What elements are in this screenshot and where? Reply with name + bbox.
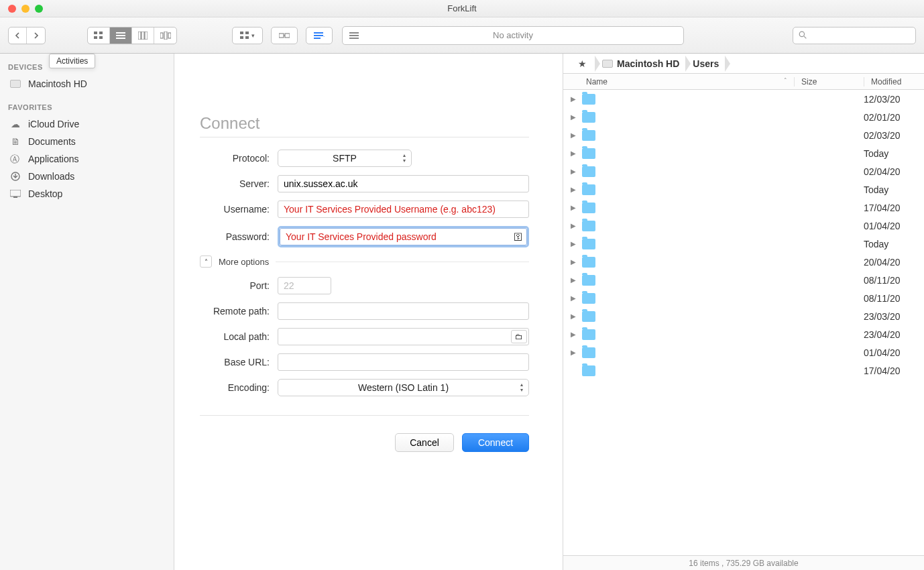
list-header: Name ˄ Size Modified (563, 74, 924, 90)
sync-button[interactable] (271, 27, 298, 44)
file-row[interactable]: ▶Today (563, 180, 924, 198)
sidebar-item-macintosh-hd[interactable]: Macintosh HD (0, 75, 174, 93)
svg-rect-1 (99, 32, 103, 34)
folder-icon (582, 203, 595, 213)
hard-drive-icon (602, 60, 613, 68)
disclosure-triangle-icon[interactable]: ▶ (569, 349, 578, 356)
file-row[interactable]: ▶08/11/20 (563, 289, 924, 307)
activity-bar: No activity (342, 26, 684, 45)
disclosure-triangle-icon[interactable]: ▶ (569, 204, 578, 211)
username-input[interactable] (278, 201, 529, 218)
disclosure-triangle-icon[interactable]: ▶ (569, 240, 578, 247)
sidebar-item-applications[interactable]: Ⓐ Applications (0, 150, 174, 168)
remote-path-input[interactable] (278, 302, 529, 320)
key-icon[interactable]: ⚿ (514, 231, 523, 242)
file-row[interactable]: ▶01/04/20 (563, 343, 924, 361)
gallery-view-button[interactable] (154, 27, 176, 44)
icon-view-button[interactable] (88, 27, 110, 44)
file-row[interactable]: ▶01/04/20 (563, 217, 924, 235)
svg-text:+: + (323, 34, 325, 40)
folder-icon (582, 112, 595, 123)
remote-path-label: Remote path: (200, 306, 270, 317)
desktop-icon (9, 190, 21, 198)
column-view-button[interactable] (132, 27, 154, 44)
file-row[interactable]: ▶20/04/20 (563, 253, 924, 271)
disclosure-triangle-icon[interactable]: ▶ (569, 312, 578, 320)
column-size[interactable]: Size (794, 77, 864, 87)
browse-folder-button[interactable]: 🗀 (511, 330, 527, 343)
connect-button[interactable]: Connect (462, 433, 529, 452)
path-bar: ★ Macintosh HD Users (563, 54, 924, 74)
favorites-star[interactable]: ★ (569, 54, 595, 73)
cloud-icon: ☁︎ (9, 119, 21, 129)
port-input[interactable] (278, 277, 331, 294)
back-button[interactable] (9, 27, 27, 44)
server-input[interactable] (278, 175, 529, 192)
svg-rect-0 (94, 32, 97, 34)
protocol-select[interactable]: SFTP ▴▾ (278, 150, 412, 167)
sidebar-item-icloud-drive[interactable]: ☁︎ iCloud Drive (0, 115, 174, 133)
password-input[interactable] (280, 228, 527, 245)
file-row[interactable]: ▶17/04/20 (563, 198, 924, 217)
file-row[interactable]: ▶02/04/20 (563, 162, 924, 180)
svg-rect-22 (314, 38, 321, 39)
base-url-input[interactable] (278, 353, 529, 371)
file-row[interactable]: ▶23/03/20 (563, 307, 924, 325)
svg-rect-7 (138, 32, 141, 40)
activities-button[interactable]: + (306, 27, 333, 44)
svg-rect-2 (94, 36, 97, 39)
disclosure-triangle-icon[interactable]: ▶ (569, 258, 578, 266)
disclosure-triangle-icon[interactable]: ▶ (569, 113, 578, 121)
column-modified[interactable]: Modified (864, 77, 924, 87)
sidebar-item-desktop[interactable]: Desktop (0, 185, 174, 203)
svg-rect-16 (245, 36, 249, 39)
disclosure-triangle-icon[interactable]: ▶ (569, 150, 578, 157)
disclosure-triangle-icon[interactable]: ▶ (569, 294, 578, 302)
disclosure-triangle-icon[interactable]: ▶ (569, 331, 578, 338)
folder-icon (582, 166, 595, 177)
file-row[interactable]: ▶12/03/20 (563, 90, 924, 108)
list-view-button[interactable] (110, 27, 132, 44)
file-row[interactable]: ▶Today (563, 235, 924, 253)
svg-rect-17 (279, 34, 284, 38)
group-by-button[interactable]: ▾ (232, 27, 263, 44)
path-segment-dir[interactable]: Users (686, 54, 726, 73)
search-input[interactable] (793, 27, 916, 44)
history-nav (8, 27, 46, 44)
modified-date: 12/03/20 (864, 94, 924, 105)
svg-rect-9 (145, 32, 148, 40)
forward-button[interactable] (27, 27, 45, 44)
file-row[interactable]: ▶02/01/20 (563, 108, 924, 126)
disclosure-triangle-icon[interactable]: ▶ (569, 168, 578, 175)
local-path-input[interactable] (278, 328, 529, 345)
status-bar: 16 items , 735.29 GB available (563, 555, 924, 570)
svg-rect-32 (13, 196, 17, 198)
file-row[interactable]: ▶08/11/20 (563, 271, 924, 289)
modified-date: Today (864, 184, 924, 195)
svg-rect-11 (164, 32, 167, 40)
disclosure-triangle-icon[interactable]: ▶ (569, 222, 578, 229)
sidebar-item-documents[interactable]: 🗎 Documents (0, 133, 174, 150)
sidebar-item-label: Desktop (28, 188, 62, 199)
browser-pane: ★ Macintosh HD Users Name ˄ Size Modifie… (563, 54, 924, 570)
folder-icon (582, 257, 595, 268)
file-row[interactable]: ▶Today (563, 144, 924, 162)
encoding-select[interactable]: Western (ISO Latin 1) ▴▾ (278, 379, 529, 396)
tooltip: Activities (49, 54, 95, 68)
cancel-button[interactable]: Cancel (395, 433, 454, 452)
folder-icon (582, 311, 595, 322)
disclosure-triangle-icon[interactable]: ▶ (569, 131, 578, 139)
svg-rect-5 (116, 35, 125, 36)
connect-panel: Connect Protocol: SFTP ▴▾ Server: Userna… (174, 54, 563, 570)
path-segment-disk[interactable]: Macintosh HD (595, 54, 686, 73)
disclosure-triangle-icon[interactable]: ▶ (569, 186, 578, 193)
file-row[interactable]: ▶02/03/20 (563, 126, 924, 144)
download-icon (9, 172, 21, 181)
disclosure-triangle-icon[interactable]: ▶ (569, 95, 578, 103)
file-row[interactable]: ▶23/04/20 (563, 325, 924, 343)
more-options-toggle[interactable]: ˄ (200, 255, 212, 268)
file-row[interactable]: 17/04/20 (563, 361, 924, 380)
column-name[interactable]: Name ˄ (563, 77, 794, 87)
disclosure-triangle-icon[interactable]: ▶ (569, 276, 578, 284)
sidebar-item-downloads[interactable]: Downloads (0, 168, 174, 185)
